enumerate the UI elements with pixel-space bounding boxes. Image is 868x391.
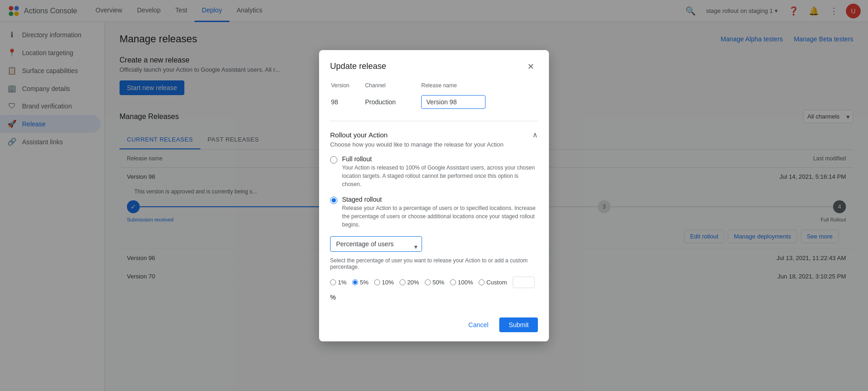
- staged-rollout-option: Staged rollout Release your Action to a …: [330, 196, 538, 229]
- pct-label-1: 1%: [338, 279, 347, 286]
- modal-overlay: Update release ✕ Version Channel Release…: [0, 0, 868, 391]
- pct-radio-10[interactable]: [374, 279, 380, 285]
- full-rollout-radio[interactable]: [330, 156, 337, 164]
- full-rollout-option: Full rollout Your Action is released to …: [330, 155, 538, 188]
- staged-rollout-desc: Release your Action to a percentage of u…: [342, 204, 538, 229]
- dialog-title: Update release: [330, 62, 386, 71]
- rollout-description: Choose how you would like to manage the …: [330, 141, 538, 148]
- release-name-input[interactable]: [421, 95, 485, 109]
- pct-option-20[interactable]: 20%: [400, 279, 419, 286]
- pct-radio-100[interactable]: [450, 279, 456, 285]
- percentage-dropdown-wrapper: Percentage of users Specific locations: [330, 236, 422, 257]
- pct-radio-5[interactable]: [352, 279, 358, 285]
- full-rollout-label: Full rollout Your Action is released to …: [342, 155, 538, 188]
- pct-radio-50[interactable]: [425, 279, 431, 285]
- close-icon: ✕: [527, 62, 534, 72]
- full-rollout-desc: Your Action is released to 100% of Googl…: [342, 164, 538, 188]
- pct-label-custom: Custom: [486, 279, 507, 286]
- percentage-dropdown[interactable]: Percentage of users Specific locations: [330, 236, 422, 252]
- version-number: 98: [331, 93, 364, 111]
- pct-option-custom[interactable]: Custom: [479, 279, 507, 286]
- version-table: Version Channel Release name 98 Producti…: [330, 81, 538, 112]
- custom-percentage-input[interactable]: [513, 277, 535, 288]
- cancel-button[interactable]: Cancel: [461, 317, 496, 332]
- percent-symbol: %: [330, 294, 336, 301]
- pct-label-5: 5%: [360, 279, 369, 286]
- pct-option-100[interactable]: 100%: [450, 279, 473, 286]
- staged-rollout-title: Staged rollout: [342, 196, 538, 203]
- pct-radio-20[interactable]: [400, 279, 405, 285]
- chevron-up-icon: [532, 130, 538, 139]
- pct-label-100: 100%: [458, 279, 473, 286]
- version-table-header: Version Channel Release name: [331, 82, 537, 92]
- dialog-header: Update release ✕: [319, 50, 549, 81]
- pct-label-50: 50%: [433, 279, 445, 286]
- pct-radio-custom[interactable]: [479, 279, 485, 285]
- channel-value: Production: [365, 93, 420, 111]
- channel-col-header: Channel: [365, 82, 420, 92]
- staged-rollout-radio[interactable]: [330, 197, 337, 204]
- pct-label-20: 20%: [407, 279, 419, 286]
- submit-button[interactable]: Submit: [499, 317, 538, 332]
- pct-option-10[interactable]: 10%: [374, 279, 394, 286]
- full-rollout-title: Full rollout: [342, 155, 538, 163]
- version-row: 98 Production: [331, 93, 537, 111]
- update-release-dialog: Update release ✕ Version Channel Release…: [319, 50, 549, 341]
- divider: [330, 121, 538, 121]
- version-table-body: 98 Production: [331, 93, 537, 111]
- pct-radio-1[interactable]: [330, 279, 336, 285]
- release-name-input-cell: [421, 93, 537, 111]
- pct-option-50[interactable]: 50%: [425, 279, 445, 286]
- dialog-body: Version Channel Release name 98 Producti…: [319, 81, 549, 301]
- dialog-footer: Cancel Submit: [319, 308, 549, 341]
- close-dialog-button[interactable]: ✕: [523, 59, 538, 74]
- release-name-col-header: Release name: [421, 82, 537, 92]
- pct-label-10: 10%: [382, 279, 394, 286]
- rollout-section: Rollout your Action Choose how you would…: [330, 130, 538, 301]
- rollout-title: Rollout your Action: [330, 131, 388, 139]
- rollout-section-header: Rollout your Action: [330, 130, 538, 139]
- version-col-header: Version: [331, 82, 364, 92]
- version-header-row: Version Channel Release name: [331, 82, 537, 92]
- percentage-options-row: 1% 5% 10% 20%: [330, 277, 538, 301]
- staged-rollout-label: Staged rollout Release your Action to a …: [342, 196, 538, 229]
- pct-option-1[interactable]: 1%: [330, 279, 347, 286]
- pct-option-5[interactable]: 5%: [352, 279, 369, 286]
- percentage-description: Select the percentage of user you want t…: [330, 257, 538, 270]
